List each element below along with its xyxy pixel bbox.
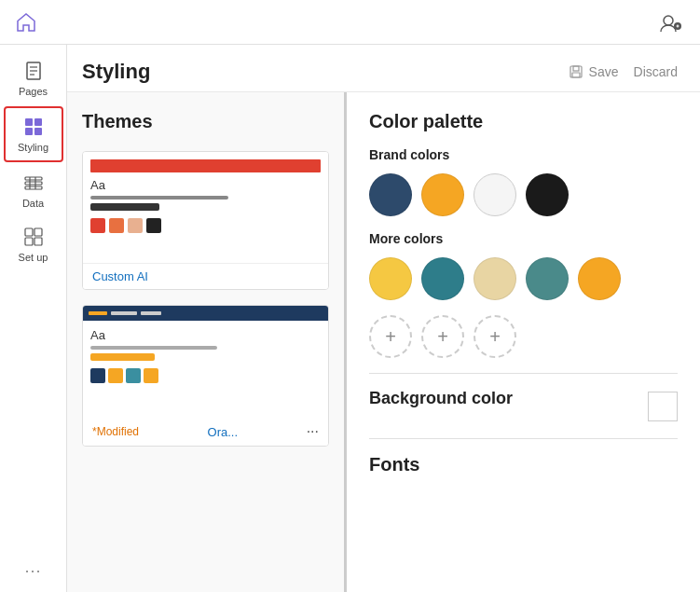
brand-color-2[interactable] — [421, 173, 464, 216]
sidebar-item-setup[interactable]: Set up — [4, 218, 63, 270]
top-bar — [0, 0, 700, 45]
svg-rect-8 — [25, 128, 33, 135]
theme-label-custom-ai[interactable]: Custom AI — [92, 269, 148, 283]
top-bar-left — [15, 11, 37, 34]
brand-color-3[interactable] — [474, 173, 516, 216]
dot-orange2 — [144, 368, 158, 383]
add-icon-3: + — [489, 326, 501, 348]
preview-dot-3 — [128, 218, 143, 233]
add-color-button-3[interactable]: + — [474, 315, 516, 358]
home-icon[interactable] — [15, 11, 37, 34]
palette-title: Color palette — [369, 111, 678, 132]
sidebar: Pages Styling — [0, 45, 67, 592]
theme-body-area: Aa — [83, 321, 328, 389]
brand-colors-title: Brand colors — [369, 147, 678, 162]
bg-color-label: Background color — [369, 389, 513, 408]
preview-line1-ora — [90, 346, 217, 350]
more-colors-title: More colors — [369, 231, 678, 246]
svg-rect-7 — [34, 118, 42, 126]
more-color-1[interactable] — [369, 257, 412, 300]
discard-button[interactable]: Discard — [634, 64, 678, 79]
theme-card-footer-ora: *Modified Ora... ··· — [83, 418, 328, 446]
brand-color-1[interactable] — [369, 173, 412, 216]
sidebar-item-data[interactable]: Data — [4, 164, 63, 216]
theme-more-button[interactable]: ··· — [307, 423, 319, 440]
theme-top-stripe — [90, 159, 321, 172]
svg-rect-6 — [25, 118, 33, 126]
more-color-4[interactable] — [526, 257, 569, 300]
save-icon — [569, 64, 583, 79]
add-color-row: + + + — [369, 315, 678, 358]
svg-rect-17 — [25, 238, 33, 245]
divider-2 — [369, 438, 678, 439]
svg-rect-16 — [34, 228, 42, 236]
page-title-bar: Styling Save Discard — [67, 45, 700, 92]
brand-color-4[interactable] — [526, 173, 569, 216]
add-color-button-1[interactable]: + — [369, 315, 412, 358]
top-bar-right — [655, 11, 685, 34]
preview-dot-4 — [146, 218, 161, 233]
mini-bar-1 — [89, 311, 107, 315]
user-settings-icon[interactable] — [655, 11, 685, 34]
save-button[interactable]: Save — [569, 64, 619, 79]
styling-icon — [22, 116, 45, 138]
mini-bar-2 — [111, 311, 137, 315]
page-title: Styling — [82, 60, 569, 84]
sidebar-item-pages[interactable]: Pages — [4, 52, 63, 104]
preview-line2-ora — [90, 353, 155, 361]
theme-card-custom-ai[interactable]: Aa Custom AI — [82, 151, 329, 290]
main-layout: Pages Styling — [0, 45, 700, 592]
sidebar-item-setup-label: Set up — [19, 252, 48, 263]
svg-rect-10 — [25, 177, 42, 180]
more-color-2[interactable] — [421, 257, 464, 300]
themes-panel: Themes Aa — [67, 92, 347, 592]
sidebar-item-styling-label: Styling — [18, 142, 48, 153]
sidebar-item-styling[interactable]: Styling — [4, 106, 63, 162]
sidebar-item-data-label: Data — [22, 198, 44, 209]
discard-label: Discard — [634, 64, 678, 79]
theme-card-footer-custom-ai: Custom AI — [83, 264, 328, 289]
theme-top-stripe-ora — [83, 306, 328, 321]
svg-rect-12 — [25, 186, 42, 189]
data-icon — [22, 172, 45, 194]
preview-dots — [90, 218, 321, 233]
svg-rect-15 — [25, 228, 33, 236]
preview-line1 — [90, 196, 228, 200]
preview-aa: Aa — [90, 178, 321, 192]
svg-point-0 — [664, 16, 673, 25]
theme-card-ora[interactable]: Aa *Modified — [82, 305, 329, 447]
add-icon-2: + — [437, 326, 448, 348]
sidebar-more-button[interactable]: ··· — [24, 550, 41, 592]
more-colors-row — [369, 257, 678, 300]
svg-rect-20 — [573, 66, 579, 71]
preview-dots-ora — [90, 368, 321, 383]
theme-preview-custom: Aa — [83, 152, 328, 264]
sidebar-item-pages-label: Pages — [19, 86, 48, 97]
dot-navy — [90, 368, 105, 383]
add-color-button-2[interactable]: + — [421, 315, 464, 358]
add-icon-1: + — [385, 326, 396, 348]
themes-panel-header: Themes — [67, 92, 344, 144]
theme-label-ora[interactable]: Ora... — [208, 425, 239, 439]
divider-1 — [369, 373, 678, 374]
save-label: Save — [589, 64, 619, 79]
preview-line2 — [90, 203, 159, 211]
content-area: Themes Aa — [67, 92, 700, 592]
svg-rect-18 — [34, 238, 42, 245]
preview-dot-2 — [109, 218, 124, 233]
mini-bar-3 — [141, 311, 161, 315]
brand-colors-row — [369, 173, 678, 216]
bg-color-picker[interactable] — [648, 392, 678, 421]
more-color-5[interactable] — [578, 257, 621, 300]
setup-icon — [22, 226, 45, 248]
pages-icon — [22, 60, 45, 82]
svg-rect-11 — [25, 182, 42, 185]
bg-color-row: Background color — [369, 389, 678, 423]
svg-rect-9 — [34, 128, 42, 135]
fonts-title: Fonts — [369, 454, 678, 475]
theme-preview-ora: Aa — [83, 306, 328, 418]
preview-dot-1 — [90, 218, 105, 233]
more-color-3[interactable] — [474, 257, 516, 300]
dot-teal — [126, 368, 141, 383]
dot-orange — [108, 368, 123, 383]
